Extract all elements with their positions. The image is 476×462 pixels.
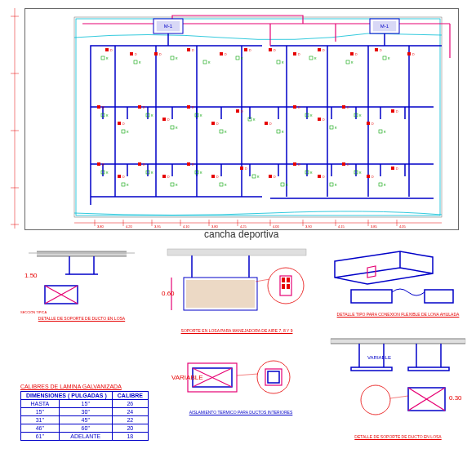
svg-rect-134: [122, 183, 125, 186]
svg-rect-58: [342, 105, 345, 109]
svg-text:R: R: [151, 114, 153, 118]
svg-rect-84: [342, 162, 345, 166]
detail4-title: AISLAMIENTO TERMICO PARA DUCTOS INTERIOR…: [171, 410, 310, 415]
svg-text:R: R: [200, 114, 202, 118]
svg-rect-138: [171, 183, 174, 186]
svg-rect-26: [269, 48, 272, 51]
svg-text:D: D: [355, 53, 358, 56]
svg-rect-20: [187, 48, 190, 51]
svg-text:R: R: [282, 131, 284, 134]
svg-text:R: R: [384, 131, 386, 134]
svg-text:4.05: 4.05: [399, 224, 407, 229]
svg-rect-110: [122, 130, 125, 133]
svg-text:D: D: [274, 175, 276, 179]
svg-rect-54: [293, 105, 296, 109]
detail1-title: DETALLE DE SOPORTE DE DUCTO EN LOSA: [20, 316, 143, 321]
svg-text:VARIABLE: VARIABLE: [171, 374, 203, 381]
svg-text:R: R: [200, 171, 202, 175]
table-row: 15"30"24: [21, 408, 149, 416]
svg-text:4.15: 4.15: [338, 224, 345, 229]
svg-text:3.90: 3.90: [305, 224, 313, 229]
svg-rect-30: [318, 48, 321, 51]
svg-rect-146: [281, 183, 284, 186]
table-header: DIMENSIONES ( PULGADAS ): [21, 392, 113, 400]
svg-text:4.10: 4.10: [183, 224, 190, 229]
svg-text:R: R: [335, 127, 337, 130]
svg-text:D: D: [323, 118, 325, 122]
svg-rect-219: [408, 367, 449, 371]
svg-rect-114: [171, 126, 174, 129]
svg-text:D: D: [216, 122, 219, 126]
svg-text:D: D: [167, 118, 170, 122]
svg-rect-46: [187, 105, 190, 109]
svg-rect-199: [287, 278, 290, 282]
svg-text:D: D: [122, 122, 125, 126]
svg-text:D: D: [225, 53, 227, 56]
svg-text:R: R: [106, 114, 109, 118]
svg-text:D: D: [396, 167, 398, 171]
detail5-title: DETALLE DE SOPORTE DE DUCTO EN LOSA: [327, 434, 469, 439]
svg-rect-202: [351, 290, 392, 303]
svg-text:0.30: 0.30: [449, 394, 462, 402]
svg-text:4.20: 4.20: [126, 224, 133, 229]
svg-rect-88: [391, 167, 394, 170]
svg-rect-192: [186, 280, 255, 308]
detail-soporte-ducto-losa: 1.50 SECCION TIPICA DETALLE DE SOPORTE D…: [20, 245, 143, 321]
gauge-table-title: CALIBRES DE LAMINA GALVANIZADA: [20, 384, 149, 389]
svg-text:M-1: M-1: [164, 24, 173, 29]
svg-rect-94: [171, 56, 174, 60]
svg-point-208: [257, 361, 290, 393]
svg-rect-28: [293, 52, 296, 56]
svg-text:R: R: [286, 184, 288, 187]
table-row: 61"ADELANTE18: [21, 433, 149, 441]
svg-rect-56: [318, 118, 321, 121]
svg-rect-22: [220, 52, 223, 56]
svg-rect-64: [97, 162, 100, 166]
svg-text:R: R: [359, 114, 362, 118]
svg-rect-80: [293, 162, 296, 166]
svg-rect-74: [211, 175, 215, 178]
svg-text:R: R: [241, 57, 243, 60]
detail3-title: DETALLE TIPO PARA CONEXION FLEXIBLE DE L…: [327, 312, 469, 317]
svg-text:R: R: [335, 184, 337, 187]
svg-text:R: R: [139, 61, 141, 64]
svg-text:R: R: [282, 61, 284, 64]
svg-rect-40: [118, 122, 121, 125]
svg-rect-126: [330, 126, 333, 129]
svg-rect-98: [236, 56, 239, 60]
svg-rect-102: [309, 56, 313, 60]
svg-rect-72: [187, 162, 190, 166]
svg-text:D: D: [249, 49, 251, 52]
svg-text:D: D: [216, 175, 219, 179]
table-row: 46"60"20: [21, 424, 149, 433]
svg-rect-92: [134, 60, 137, 64]
svg-rect-106: [383, 56, 386, 60]
plan-svg: M-1M-1 DDDDDDDDDDDDDDDDDDDDDDDDDDDDDDDDD…: [25, 9, 458, 229]
svg-text:R: R: [176, 127, 178, 130]
svg-rect-52: [265, 122, 268, 125]
svg-rect-14: [105, 48, 109, 51]
svg-text:D: D: [167, 175, 170, 179]
svg-text:R: R: [176, 184, 178, 187]
svg-text:R: R: [314, 57, 317, 60]
svg-rect-24: [244, 48, 247, 51]
table-row: DIMENSIONES ( PULGADAS ) CALIBRE: [21, 392, 149, 400]
svg-text:3.95: 3.95: [154, 224, 162, 229]
gauge-table: DIMENSIONES ( PULGADAS ) CALIBRE HASTA 1…: [20, 391, 149, 441]
svg-text:D: D: [192, 49, 194, 52]
svg-rect-50: [236, 109, 239, 113]
svg-rect-70: [162, 175, 166, 178]
svg-text:D: D: [371, 122, 374, 126]
svg-rect-198: [282, 278, 285, 282]
svg-text:R: R: [176, 57, 178, 60]
svg-text:D: D: [323, 175, 325, 179]
svg-text:1.50: 1.50: [24, 272, 38, 279]
svg-rect-60: [367, 122, 370, 125]
svg-rect-18: [154, 52, 158, 56]
svg-text:R: R: [253, 118, 256, 122]
svg-text:D: D: [110, 49, 113, 52]
svg-text:M-1: M-1: [380, 24, 389, 29]
svg-text:R: R: [225, 184, 227, 187]
svg-text:3.85: 3.85: [371, 224, 378, 229]
svg-rect-154: [379, 183, 382, 186]
